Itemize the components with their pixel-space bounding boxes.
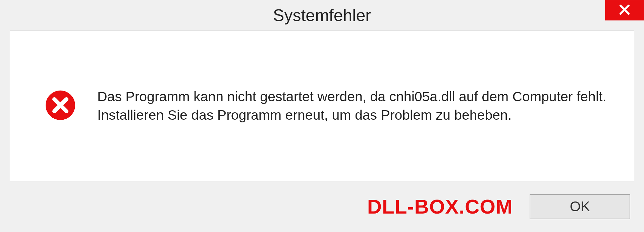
error-dialog: Systemfehler Das Programm kann nicht ges…	[0, 0, 644, 232]
ok-button[interactable]: OK	[530, 194, 630, 219]
dialog-title: Systemfehler	[273, 6, 371, 25]
close-button[interactable]	[605, 0, 644, 20]
watermark-text: DLL-BOX.COM	[367, 195, 513, 218]
dialog-footer: DLL-BOX.COM OK	[0, 188, 644, 232]
dialog-content: Das Programm kann nicht gestartet werden…	[10, 31, 634, 181]
close-icon	[619, 4, 631, 17]
titlebar: Systemfehler	[0, 0, 644, 31]
error-icon	[44, 89, 77, 123]
dialog-message: Das Programm kann nicht gestartet werden…	[97, 88, 614, 125]
